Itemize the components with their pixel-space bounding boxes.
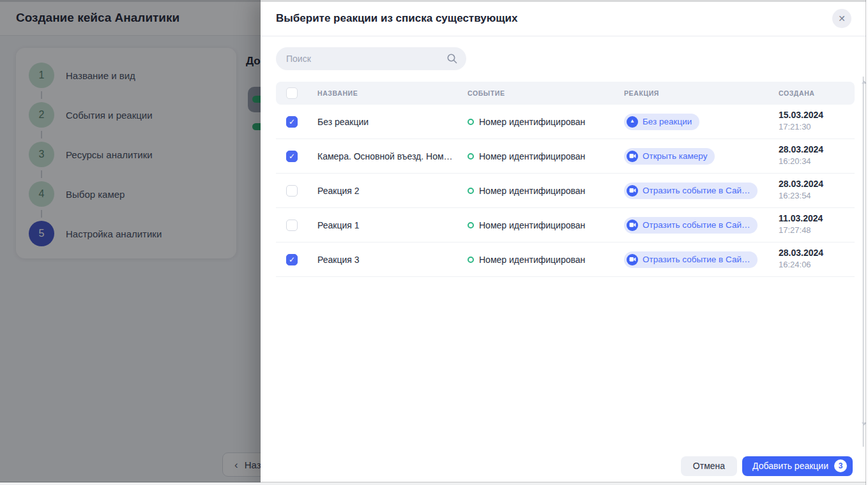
reaction-badge: ▲ Отразить событие в Сай… [624, 217, 758, 234]
camera-icon: ▲ [627, 151, 638, 162]
screen: Создание кейса Аналитики 1 Название и ви… [0, 0, 868, 485]
search-icon [446, 53, 458, 64]
modal-footer: Отмена Добавить реакции 3 [261, 447, 868, 485]
reaction-cell: ▲ Без реакции [624, 105, 699, 138]
reaction-label: Отразить событие в Сай… [643, 186, 750, 195]
check-icon: ✓ [289, 153, 295, 160]
event-cell: Номер идентифицирован [468, 174, 585, 207]
event-name: Номер идентифицирован [479, 220, 585, 230]
close-button[interactable]: ✕ [832, 9, 851, 28]
table-row[interactable]: ✓ Реакция 3 Номер идентифицирован ▲ Отра… [276, 243, 855, 277]
reaction-label: Без реакции [643, 117, 692, 126]
column-header-reaction[interactable]: РЕАКЦИЯ [624, 89, 659, 97]
row-checkbox[interactable]: ✓ [286, 116, 298, 128]
camera-icon [629, 153, 636, 159]
created-time: 17:27:48 [779, 225, 823, 235]
window-bottom-strip [0, 482, 868, 485]
created-time: 17:21:30 [779, 122, 823, 131]
warning-triangle-icon: ▲ [630, 119, 635, 124]
table-row[interactable]: ✓ Реакция 2 Номер идентифицирован ▲ Отра… [276, 174, 855, 208]
event-cell: Номер идентифицирован [468, 139, 585, 173]
event-name: Номер идентифицирован [479, 255, 585, 265]
reaction-cell: ▲ Открыть камеру [624, 139, 715, 173]
table-row[interactable]: ✓ Камера. Основной въезд. Ном… Номер иде… [276, 139, 855, 174]
created-cell: 28.03.2024 16:20:34 [779, 144, 823, 166]
created-date: 28.03.2024 [779, 248, 823, 258]
modal-scrollbar[interactable] [863, 77, 864, 447]
reaction-name: Реакция 1 [317, 208, 360, 242]
camera-icon [629, 257, 636, 262]
created-cell: 28.03.2024 16:24:06 [779, 248, 823, 269]
table-row[interactable]: ✓ Реакция 1 Номер идентифицирован ▲ Отра… [276, 208, 855, 243]
reaction-badge: ▲ Без реакции [624, 114, 699, 130]
created-time: 16:24:06 [779, 260, 823, 269]
reaction-badge: ▲ Отразить событие в Сай… [624, 251, 758, 268]
camera-icon: ▲ [627, 185, 638, 197]
reaction-name: Реакция 3 [317, 243, 360, 276]
camera-icon: ▲ [627, 220, 638, 231]
reaction-cell: ▲ Отразить событие в Сай… [624, 243, 758, 276]
event-status-icon [468, 222, 474, 228]
column-header-name[interactable]: НАЗВАНИЕ [317, 89, 358, 97]
column-header-event[interactable]: СОБЫТИЕ [468, 89, 505, 97]
check-icon: ✓ [289, 118, 295, 126]
reaction-name: Реакция 2 [317, 174, 360, 207]
table-header-row: ✓ НАЗВАНИЕ СОБЫТИЕ РЕАКЦИЯ СОЗДАНА [276, 82, 855, 105]
event-name: Номер идентифицирован [479, 117, 585, 127]
event-cell: Номер идентифицирован [468, 208, 585, 242]
created-time: 16:23:54 [779, 191, 823, 200]
row-checkbox[interactable]: ✓ [286, 151, 298, 162]
row-checkbox[interactable]: ✓ [286, 185, 298, 197]
camera-icon [629, 188, 636, 193]
event-cell: Номер идентифицирован [468, 243, 585, 276]
event-status-icon [468, 257, 474, 263]
reaction-name: Без реакции [317, 105, 369, 138]
modal-title: Выберите реакции из списка существующих [276, 0, 517, 36]
created-date: 28.03.2024 [779, 179, 823, 189]
event-status-icon [468, 119, 474, 125]
reaction-name: Камера. Основной въезд. Ном… [317, 139, 453, 173]
created-cell: 15.03.2024 17:21:30 [779, 110, 823, 131]
created-date: 28.03.2024 [779, 144, 823, 154]
created-time: 16:20:34 [779, 156, 823, 166]
row-checkbox[interactable]: ✓ [286, 220, 298, 231]
search-input[interactable] [276, 47, 466, 70]
table-body: ✓ Без реакции Номер идентифицирован ▲ Бе… [276, 105, 855, 277]
add-reactions-button[interactable]: Добавить реакции 3 [742, 456, 853, 476]
reaction-label: Отразить событие в Сай… [643, 255, 750, 264]
created-cell: 11.03.2024 17:27:48 [779, 213, 823, 235]
check-icon: ✓ [289, 256, 295, 264]
created-cell: 28.03.2024 16:23:54 [779, 179, 823, 200]
reaction-label: Открыть камеру [643, 151, 707, 161]
select-reactions-modal: Выберите реакции из списка существующих … [261, 0, 868, 485]
search-field [276, 47, 466, 70]
created-date: 11.03.2024 [779, 213, 823, 223]
camera-icon [629, 222, 636, 228]
warning-triangle-icon: ▲ [627, 116, 638, 128]
event-name: Номер идентифицирован [479, 186, 585, 196]
created-date: 15.03.2024 [779, 110, 823, 120]
reaction-badge: ▲ Отразить событие в Сай… [624, 183, 758, 199]
event-name: Номер идентифицирован [479, 151, 585, 161]
reaction-badge: ▲ Открыть камеру [624, 148, 715, 165]
camera-icon: ▲ [627, 254, 638, 265]
reaction-cell: ▲ Отразить событие в Сай… [624, 174, 758, 207]
modal-header: Выберите реакции из списка существующих … [261, 0, 868, 36]
event-status-icon [468, 153, 474, 160]
reactions-table: ✓ НАЗВАНИЕ СОБЫТИЕ РЕАКЦИЯ СОЗДАНА ✓ Без… [276, 82, 855, 277]
select-all-checkbox[interactable]: ✓ [286, 87, 298, 99]
event-cell: Номер идентифицирован [468, 105, 585, 138]
reaction-cell: ▲ Отразить событие в Сай… [624, 208, 758, 242]
row-checkbox[interactable]: ✓ [286, 254, 298, 265]
table-row[interactable]: ✓ Без реакции Номер идентифицирован ▲ Бе… [276, 105, 855, 139]
add-reactions-label: Добавить реакции [752, 461, 828, 471]
close-icon: ✕ [838, 13, 846, 24]
window-top-edge [0, 0, 868, 2]
column-header-created[interactable]: СОЗДАНА [779, 89, 815, 97]
event-status-icon [468, 188, 474, 194]
cancel-button[interactable]: Отмена [681, 456, 737, 476]
selected-count-badge: 3 [834, 459, 847, 472]
reaction-label: Отразить событие в Сай… [643, 220, 750, 230]
